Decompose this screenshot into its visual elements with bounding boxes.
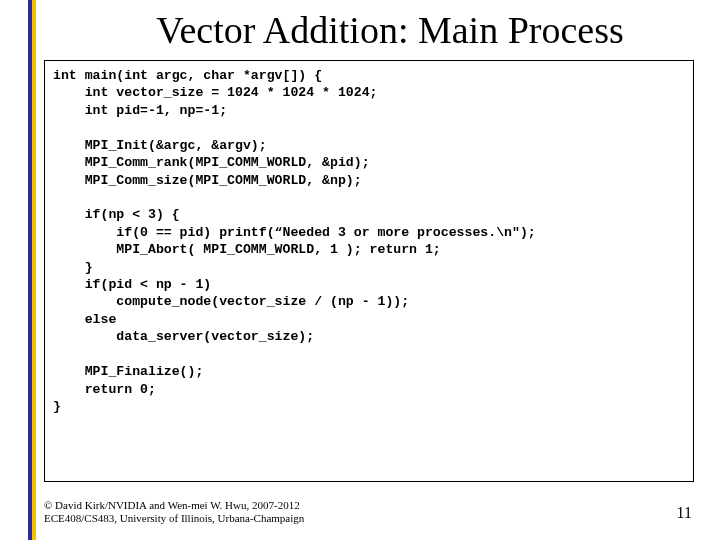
footer-line-1: © David Kirk/NVIDIA and Wen-mei W. Hwu, … (44, 499, 300, 511)
code-box: int main(int argc, char *argv[]) { int v… (44, 60, 694, 482)
code-block: int main(int argc, char *argv[]) { int v… (53, 67, 685, 415)
footer-line-2: ECE408/CS483, University of Illinois, Ur… (44, 512, 304, 524)
accent-stripe-yellow (32, 0, 36, 540)
slide-title: Vector Addition: Main Process (80, 8, 700, 52)
accent-bar (28, 0, 36, 540)
footer: © David Kirk/NVIDIA and Wen-mei W. Hwu, … (44, 499, 304, 527)
page-number: 11 (677, 504, 692, 522)
